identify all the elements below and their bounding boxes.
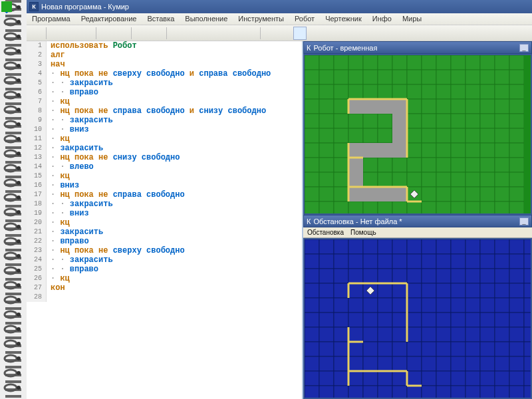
svg-rect-290: [319, 313, 334, 327]
code-line[interactable]: 27кон: [27, 283, 302, 293]
line-number: 10: [27, 125, 47, 134]
minimize-button[interactable]: _: [519, 44, 529, 52]
cut-button[interactable]: [50, 27, 63, 40]
grid-full-button[interactable]: [293, 27, 307, 40]
code-line[interactable]: 21· закрасить: [27, 227, 302, 237]
svg-rect-299: [451, 313, 466, 327]
line-number: 12: [27, 144, 47, 153]
copy-button[interactable]: [65, 27, 78, 40]
code-line[interactable]: 13· нц пока не снизу свободно: [27, 153, 302, 162]
svg-rect-313: [422, 327, 436, 342]
line-number: 25: [27, 265, 47, 274]
menu-Инфо[interactable]: Инфо: [367, 13, 397, 25]
svg-rect-147: [422, 172, 436, 187]
code-line[interactable]: 2алг: [27, 51, 302, 60]
step-over-button[interactable]: [200, 27, 213, 40]
code-line[interactable]: 18· · закрасить: [27, 200, 302, 209]
code-line[interactable]: 10· · вниз: [27, 125, 302, 134]
line-number: 8: [27, 106, 47, 116]
menu-Инструменты[interactable]: Инструменты: [233, 13, 289, 25]
menu-Вставка[interactable]: Вставка: [142, 13, 180, 25]
svg-rect-359: [392, 371, 407, 386]
code-line[interactable]: 15· кц: [27, 172, 302, 181]
code-editor[interactable]: 1использовать Робот2алг3нач4· нц пока не…: [27, 41, 303, 399]
menu-Выполнение[interactable]: Выполнение: [180, 13, 233, 25]
code-line[interactable]: 12· закрасить: [27, 144, 302, 153]
svg-rect-92: [495, 114, 509, 128]
svg-rect-60: [466, 84, 480, 99]
obstacle-field[interactable]: [303, 238, 532, 399]
code-line[interactable]: 26· кц: [27, 274, 302, 283]
svg-rect-329: [422, 342, 436, 356]
code-line[interactable]: 11· кц: [27, 134, 302, 144]
code-line[interactable]: 1использовать Робот: [27, 41, 302, 51]
code-line[interactable]: 23· нц пока не сверху свободно: [27, 246, 302, 255]
titlebar: К Новая программа - Кумир: [27, 0, 532, 13]
line-number: 2: [27, 51, 47, 60]
svg-rect-243: [334, 269, 348, 283]
code-line[interactable]: 8· нц пока не справа свободно и снизу св…: [27, 106, 302, 116]
menu-Чертежник[interactable]: Чертежник: [320, 13, 367, 25]
grid-green-button[interactable]: [264, 27, 277, 40]
code-line[interactable]: 17· нц пока не справа свободно: [27, 190, 302, 200]
svg-rect-380: [466, 386, 480, 399]
code-line[interactable]: 19· · вниз: [27, 209, 302, 218]
svg-rect-374: [378, 386, 392, 399]
run-start-button[interactable]: [170, 27, 184, 40]
undo-button[interactable]: [100, 27, 113, 40]
step-into-button[interactable]: [185, 27, 198, 40]
save-button[interactable]: [29, 27, 43, 40]
step-out-button[interactable]: [214, 27, 227, 40]
menu-Миры[interactable]: Миры: [397, 13, 427, 25]
menu-Программа[interactable]: Программа: [27, 13, 76, 25]
svg-rect-144: [378, 172, 392, 187]
stop-button[interactable]: [229, 27, 242, 40]
svg-rect-332: [466, 342, 480, 356]
code-line[interactable]: 22· вправо: [27, 237, 302, 246]
svg-rect-193: [348, 143, 363, 158]
code-line[interactable]: 14· · влево: [27, 162, 302, 172]
cancel-button[interactable]: [243, 27, 257, 40]
line-number: 9: [27, 116, 47, 125]
menu-Редактирование[interactable]: Редактирование: [76, 13, 142, 25]
svg-rect-107: [495, 128, 509, 143]
paste-button[interactable]: [79, 27, 92, 40]
indent-right-button[interactable]: [150, 27, 163, 40]
svg-rect-76: [480, 99, 495, 114]
svg-rect-341: [363, 356, 378, 371]
svg-rect-263: [392, 283, 407, 298]
svg-rect-378: [436, 386, 451, 399]
menu-Робот[interactable]: Робот: [289, 13, 320, 25]
code-line[interactable]: 25· · вправо: [27, 265, 302, 274]
svg-rect-55: [392, 84, 407, 99]
code-line[interactable]: 3нач: [27, 60, 302, 69]
submenu-Помощь[interactable]: Помощь: [350, 229, 376, 236]
minimize-button[interactable]: _: [519, 217, 529, 225]
svg-rect-356: [348, 371, 363, 386]
code-content: · · вправо: [47, 265, 98, 274]
svg-rect-311: [392, 327, 407, 342]
redo-button[interactable]: [114, 27, 128, 40]
svg-rect-154: [305, 187, 319, 201]
line-number: 19: [27, 209, 47, 218]
svg-rect-213: [363, 239, 378, 254]
svg-rect-61: [480, 84, 495, 99]
svg-rect-358: [378, 371, 392, 386]
indent-left-button[interactable]: [135, 27, 148, 40]
code-line[interactable]: 16· вниз: [27, 181, 302, 190]
code-line[interactable]: 9· · закрасить: [27, 116, 302, 125]
svg-rect-126: [334, 158, 348, 172]
code-line[interactable]: 6· · вправо: [27, 88, 302, 97]
code-line[interactable]: 5· · закрасить: [27, 78, 302, 88]
robot-field[interactable]: [303, 54, 532, 215]
grid-split-button[interactable]: [279, 27, 292, 40]
code-line[interactable]: 7· кц: [27, 97, 302, 106]
submenu-Обстановка[interactable]: Обстановка: [307, 229, 344, 236]
code-line[interactable]: 28: [27, 293, 302, 302]
code-line[interactable]: 24· · закрасить: [27, 255, 302, 265]
svg-rect-227: [334, 254, 348, 269]
code-line[interactable]: 20· кц: [27, 218, 302, 227]
svg-rect-366: [495, 371, 509, 386]
svg-rect-276: [348, 298, 363, 313]
code-line[interactable]: 4· нц пока не сверху свободно и справа с…: [27, 69, 302, 78]
